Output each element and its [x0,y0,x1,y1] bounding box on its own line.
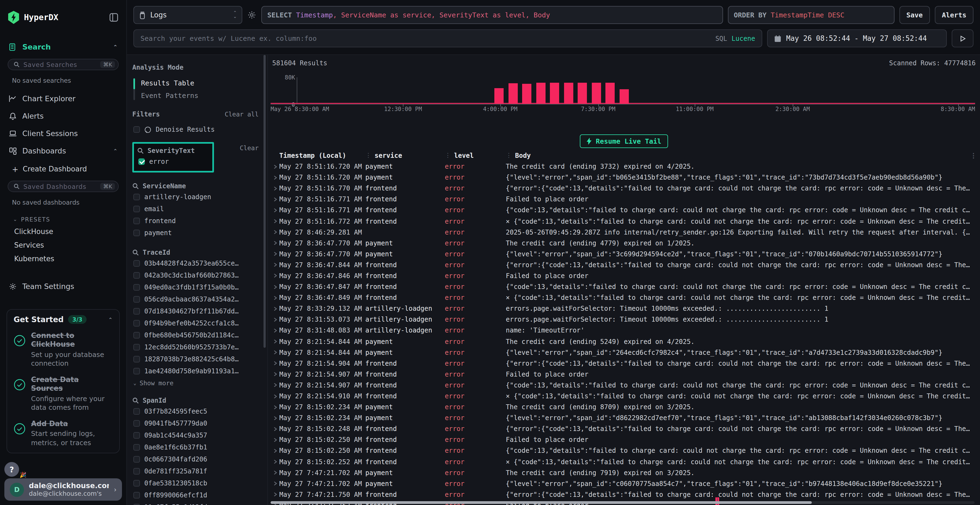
row-expand-icon[interactable] [270,405,279,410]
filter-value-row[interactable]: 049ed0ac3fdb1f3f15a0b0b… [132,281,259,293]
checkbox[interactable] [134,480,140,486]
row-expand-icon[interactable] [270,262,279,267]
checkbox[interactable] [134,272,140,279]
row-expand-icon[interactable] [270,459,279,464]
event-search-input[interactable]: Search your events w/ Lucene ex. column:… [134,29,762,48]
checkbox[interactable] [134,194,140,200]
checkbox[interactable] [134,126,140,133]
log-row[interactable]: May 27 8:31:48.083 AMartillery-loadgener… [270,325,977,336]
clear-filter-link[interactable]: Clear [240,144,259,152]
row-expand-icon[interactable] [270,394,279,399]
user-menu[interactable]: D dale@clickhouse.com dale@clickhouse.co… [4,478,122,501]
checkbox[interactable] [134,320,140,327]
row-expand-icon[interactable] [270,427,279,432]
row-expand-icon[interactable] [270,230,279,235]
filter-value-row[interactable]: 03f7b824595feec5 [132,405,259,418]
log-row[interactable]: May 27 8:15:02.234 AMpaymenterror{"level… [270,413,977,423]
table-options-icon[interactable]: ⋮ [970,152,977,159]
row-expand-icon[interactable] [270,438,279,442]
log-row[interactable]: May 27 7:47:21.702 AMpaymenterrorThe cre… [270,467,977,478]
filter-value-row[interactable]: 07d184304627bf2f11b67dd… [132,305,259,317]
mode-tab-results-table[interactable]: Results Table [134,77,259,89]
log-row[interactable]: May 27 7:47:21.702 AMpaymenterror{"level… [270,478,977,489]
histogram-bar[interactable] [578,83,587,104]
row-expand-icon[interactable] [270,164,279,169]
get-started-task[interactable]: Create Data SourcesConfigure where your … [14,375,113,412]
filters-scrollbar[interactable] [264,55,266,348]
sidebar-collapse-icon[interactable] [109,13,119,22]
filter-value-row[interactable]: artillery-loadgen [132,191,259,203]
histogram-bar[interactable] [606,83,615,104]
row-expand-icon[interactable] [270,361,279,366]
checkbox[interactable] [134,332,140,338]
drag-handle-icon[interactable]: ⋮ [365,152,371,159]
row-expand-icon[interactable] [270,295,279,300]
row-expand-icon[interactable] [270,383,279,388]
log-row[interactable]: May 27 8:21:54.907 AMfrontenderrorFailed… [270,369,977,380]
log-row[interactable]: May 27 8:51:16.771 AMfrontenderror{"code… [270,205,977,216]
histogram-bar[interactable] [509,83,518,104]
row-expand-icon[interactable] [270,186,279,191]
checkbox[interactable] [138,158,145,165]
row-expand-icon[interactable] [270,339,279,344]
filter-value-row[interactable]: email [132,203,259,215]
column-header-service[interactable]: ⋮service [365,152,445,159]
checkbox[interactable] [134,356,140,362]
checkbox[interactable] [134,230,140,236]
search-icon[interactable] [132,183,139,189]
row-expand-icon[interactable] [270,252,279,257]
filter-value-row[interactable]: error [137,156,207,168]
chart-plot-area[interactable]: May 26 8:30:00 AM12:30:00 PM4:00:00 PM7:… [270,77,975,105]
log-row[interactable]: May 27 8:21:54.904 AMfrontenderror{"erro… [270,358,977,369]
checkbox[interactable] [134,492,140,499]
row-expand-icon[interactable] [270,350,279,355]
histogram-bar[interactable] [536,83,546,104]
log-row[interactable]: May 27 8:36:47.849 AMfrontenderror× {"co… [270,292,977,303]
row-expand-icon[interactable] [270,208,279,213]
filter-value-row[interactable]: 042a30c3dc1baf660b27863… [132,269,259,281]
column-header-body[interactable]: ⋮Body [506,152,970,159]
row-expand-icon[interactable] [270,328,279,333]
log-row[interactable]: May 27 8:21:54.844 AMpaymenterror{"level… [270,347,977,358]
log-row[interactable]: May 27 8:15:02.250 AMfrontenderrorFailed… [270,435,977,445]
search-icon[interactable] [132,397,139,404]
filter-value-row[interactable]: 0de781ff325a781f [132,465,259,477]
lucene-toggle-option[interactable]: Lucene [732,35,755,42]
filter-value-row[interactable]: 056cd9acbaac8637a4354a2… [132,293,259,305]
log-row[interactable]: May 27 8:51:16.720 AMpaymenterror{"level… [270,172,977,183]
filter-value-row[interactable]: 0ae8e1f6c6b37fb1 [132,441,259,453]
drag-handle-icon[interactable]: ⋮ [445,152,451,159]
filter-value-row[interactable]: 0c0667304fafd206 [132,453,259,465]
row-expand-icon[interactable] [270,481,279,486]
checkbox[interactable] [134,456,140,462]
checkbox[interactable] [134,284,140,291]
filter-value-row[interactable]: 0ff8990066efcf1d [132,489,259,501]
filter-value-row[interactable]: 03b44828f42a3573ea655ce… [132,257,259,269]
sidebar-item-chart-explorer[interactable]: Chart Explorer [6,90,120,107]
save-button[interactable]: Save [899,6,930,24]
filter-value-row[interactable]: 12ec8dd52b60b9525733b7e… [132,341,259,353]
filter-value-row[interactable]: 0fbe680eb456750b2d1184c… [132,329,259,341]
log-row[interactable]: May 27 8:36:47.770 AMpaymenterrorThe cre… [270,238,977,248]
row-expand-icon[interactable] [270,306,279,311]
log-row[interactable]: May 27 8:36:47.846 AMfrontenderrorFailed… [270,270,977,281]
log-row[interactable]: May 27 8:21:54.907 AMfrontenderror{"code… [270,380,977,391]
checkbox[interactable] [134,344,140,351]
source-select[interactable]: Logs ⌃⌄ [134,6,242,24]
checkbox[interactable] [134,432,140,438]
checkbox[interactable] [134,308,140,314]
log-row[interactable]: May 27 8:36:47.844 AMfrontenderror{"erro… [270,260,977,270]
filter-value-row[interactable]: frontend [132,215,259,227]
checkbox[interactable] [134,296,140,303]
create-dashboard-button[interactable]: + Create Dashboard [6,159,120,178]
show-more-link[interactable]: ⌄Show more [132,377,259,387]
checkbox[interactable] [134,260,140,267]
log-row[interactable]: May 27 8:36:47.770 AMpaymenterror{"level… [270,249,977,260]
row-expand-icon[interactable] [270,470,279,475]
filter-value-row[interactable]: 18287038b73e882425c64b8… [132,353,259,365]
horizontal-scrollbar-thumb[interactable] [270,501,812,504]
histogram-bar[interactable] [550,83,559,104]
histogram-bar[interactable] [495,88,504,104]
checkbox[interactable] [134,408,140,414]
time-range-picker[interactable]: May 26 08:52:44 - May 27 08:52:44 [767,29,947,48]
